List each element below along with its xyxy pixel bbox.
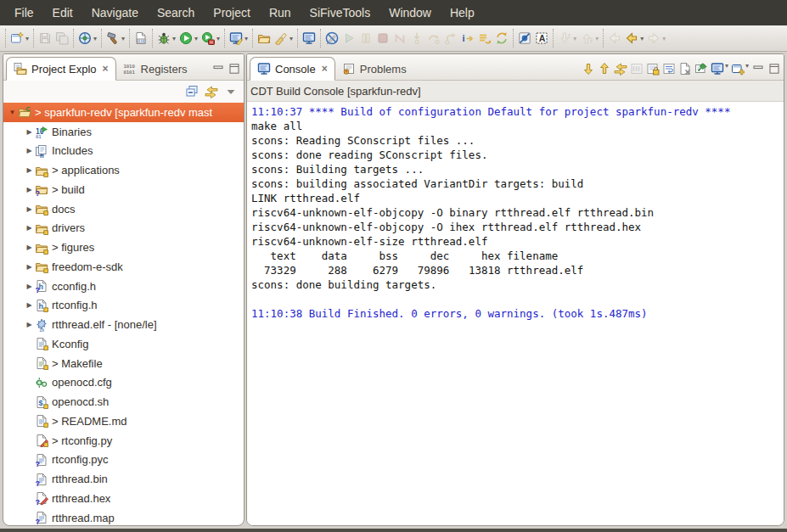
dropdown-arrow-icon[interactable]: ▾ xyxy=(25,35,29,42)
save-button[interactable] xyxy=(37,27,53,49)
forward-history-button[interactable]: ▾ xyxy=(645,27,667,49)
view-menu-button[interactable] xyxy=(224,85,238,98)
new-wizard-button[interactable]: ▾ xyxy=(8,27,31,49)
tree-item-rtthread.bin[interactable]: ?rtthread.bin xyxy=(3,469,244,489)
dropdown-arrow-icon[interactable]: ▾ xyxy=(172,35,176,42)
debug-button[interactable]: ▾ xyxy=(155,27,177,49)
launch-target-button[interactable]: ▾ xyxy=(76,27,98,49)
menu-file[interactable]: File xyxy=(5,0,43,25)
dropdown-arrow-icon[interactable]: ▾ xyxy=(194,35,198,42)
tab-console[interactable]: Console× xyxy=(250,57,335,81)
step-over-button[interactable] xyxy=(425,27,442,49)
tree-item-rtconfig.h[interactable]: ▶hrtconfig.h xyxy=(3,296,244,316)
menu-window[interactable]: Window xyxy=(379,0,441,25)
console-view-button[interactable] xyxy=(301,27,318,49)
tab-project-explo[interactable]: Project Explo× xyxy=(6,57,116,81)
dropdown-arrow-icon[interactable]: ▾ xyxy=(725,62,728,76)
tree-item-binaries[interactable]: ▶1001Binaries xyxy=(3,122,244,142)
tree-item-figures[interactable]: ▶> figures xyxy=(3,238,244,257)
tree-item-applications[interactable]: ▶> applications xyxy=(3,160,244,180)
binary-document-button[interactable]: 010 xyxy=(132,27,149,49)
tree-item-cconfig.h[interactable]: ▶h?cconfig.h xyxy=(3,277,244,296)
back-history-button[interactable]: ▾ xyxy=(623,27,645,49)
show-console-stdout-button[interactable] xyxy=(582,62,595,76)
skip-all-breakpoints-button[interactable] xyxy=(516,27,533,49)
save-all-button[interactable] xyxy=(53,27,70,49)
expand-arrow-icon[interactable]: ▶ xyxy=(24,263,35,271)
step-into-button[interactable] xyxy=(408,27,425,49)
expand-arrow-icon[interactable]: ▶ xyxy=(24,244,35,251)
fetch-up-button[interactable]: ▾ xyxy=(578,27,600,49)
terminate-button[interactable] xyxy=(374,27,391,49)
expand-arrow-icon[interactable]: ▶ xyxy=(24,283,35,290)
maximize-view-button[interactable] xyxy=(767,62,781,76)
disconnect-button[interactable] xyxy=(391,27,408,49)
console-auto-switch-button[interactable] xyxy=(614,62,627,76)
expand-arrow-icon[interactable]: ▶ xyxy=(24,224,35,232)
close-tab-icon[interactable]: × xyxy=(103,63,109,75)
show-execution-button[interactable] xyxy=(476,27,493,49)
dropdown-arrow-icon[interactable]: ▾ xyxy=(595,35,599,42)
tree-item-drivers[interactable]: ▶drivers xyxy=(3,219,244,238)
dropdown-arrow-icon[interactable]: ▾ xyxy=(745,62,749,76)
menu-edit[interactable]: Edit xyxy=(43,0,82,25)
console-columns-button[interactable] xyxy=(630,62,644,76)
expand-arrow-icon[interactable]: ▼ xyxy=(7,109,18,116)
dropdown-arrow-icon[interactable]: ▾ xyxy=(290,35,293,42)
menu-search[interactable]: Search xyxy=(148,0,204,25)
console-output[interactable]: 11:10:37 **** Build of configuration Def… xyxy=(247,102,784,525)
skip-breakpoint-pencil-button[interactable] xyxy=(323,27,340,49)
expand-arrow-icon[interactable]: ▶ xyxy=(24,205,35,213)
menu-sifivetools[interactable]: SiFiveTools xyxy=(301,0,380,25)
minimize-view-button[interactable] xyxy=(751,62,765,76)
tree-item-makefile[interactable]: > Makefile xyxy=(3,354,244,373)
tree-item-kconfig[interactable]: Kconfig xyxy=(3,334,244,354)
pin-console-button[interactable] xyxy=(694,62,708,76)
tree-item-openocd.sh[interactable]: $openocd.sh xyxy=(3,392,244,412)
suspend-button[interactable] xyxy=(357,27,374,49)
maximize-view-button[interactable] xyxy=(228,62,241,76)
expand-arrow-icon[interactable]: ▶ xyxy=(24,186,35,193)
build-button[interactable]: ▾ xyxy=(104,27,126,49)
collapse-all-button[interactable] xyxy=(185,85,199,98)
tree-item-includes[interactable]: ▶hIncludes xyxy=(3,142,244,161)
step-return-button[interactable] xyxy=(442,27,459,49)
highlight-button[interactable]: ▾ xyxy=(273,27,295,49)
menu-project[interactable]: Project xyxy=(204,0,260,25)
link-with-editor-button[interactable] xyxy=(205,85,218,98)
dropdown-arrow-icon[interactable]: ▾ xyxy=(662,35,666,42)
tree-item-build[interactable]: ▶?> build xyxy=(3,180,244,199)
menu-help[interactable]: Help xyxy=(441,0,484,25)
clear-console-button[interactable] xyxy=(678,62,692,76)
open-console-button[interactable]: ▾ xyxy=(731,62,749,76)
run-configurations-button[interactable]: ▾ xyxy=(200,27,222,49)
open-element-button[interactable] xyxy=(256,27,273,49)
expand-arrow-icon[interactable]: ▶ xyxy=(24,128,35,136)
minimize-view-button[interactable] xyxy=(211,62,225,76)
resume-button[interactable] xyxy=(340,27,357,49)
tab-registers[interactable]: 10100101Registers xyxy=(116,58,194,80)
show-type-names-button[interactable]: A xyxy=(533,27,550,49)
expand-arrow-icon[interactable]: ▶ xyxy=(24,147,35,154)
dropdown-arrow-icon[interactable]: ▾ xyxy=(93,35,97,42)
dropdown-arrow-icon[interactable]: ▾ xyxy=(121,35,125,42)
tree-item-rtthread.elf[interactable]: ▶10rtthread.elf - [none/le] xyxy=(3,315,244,334)
scroll-lock-button[interactable] xyxy=(646,62,660,76)
tree-item-rtthread.map[interactable]: ?rtthread.map xyxy=(3,508,244,525)
fetch-down-button[interactable]: ▾ xyxy=(556,27,578,49)
tab-problems[interactable]: Problems xyxy=(335,58,413,80)
restart-button[interactable] xyxy=(493,27,510,49)
tree-item-rtthread.hex[interactable]: ?rtthread.hex xyxy=(3,489,244,508)
menu-run[interactable]: Run xyxy=(260,0,301,25)
tree-item-rtconfig.pyc[interactable]: ?rtconfig.pyc xyxy=(3,451,244,470)
tree-item-freedom-e-sdk[interactable]: ▶freedom-e-sdk xyxy=(3,257,244,277)
show-console-stderr-button[interactable] xyxy=(598,62,611,76)
tree-item-rtconfig.py[interactable]: > rtconfig.py xyxy=(3,431,244,451)
word-wrap-button[interactable] xyxy=(662,62,676,76)
tree-item-readme.md[interactable]: > README.md xyxy=(3,412,244,431)
tree-item-openocd.cfg[interactable]: openocd.cfg xyxy=(3,373,244,393)
expand-arrow-icon[interactable]: ▶ xyxy=(24,166,35,174)
dropdown-arrow-icon[interactable]: ▾ xyxy=(245,35,248,42)
run-button[interactable]: ▾ xyxy=(177,27,200,49)
dropdown-arrow-icon[interactable]: ▾ xyxy=(216,35,220,42)
